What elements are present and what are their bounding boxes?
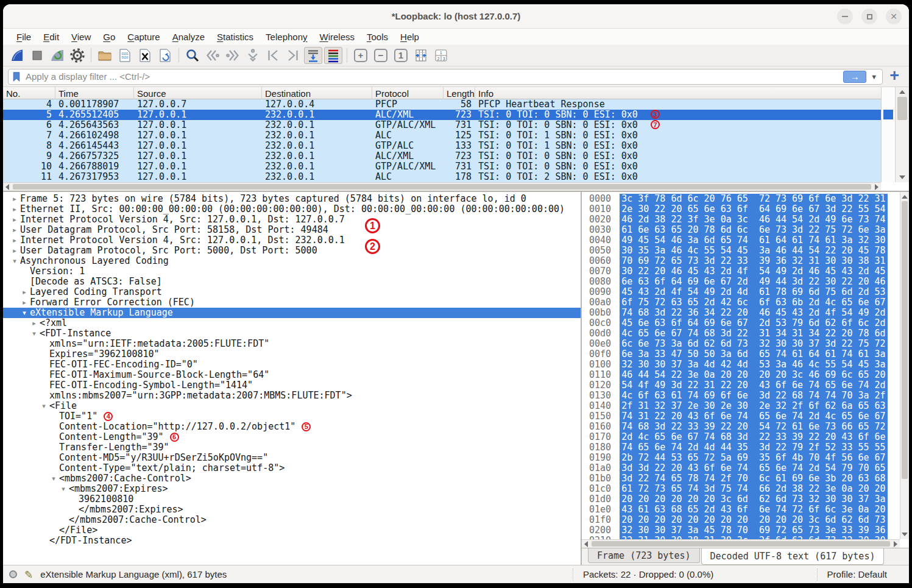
hex-row[interactable]: 01c061 72 73 65 74 3d 75 74 66 2d 38 22 … [582, 484, 900, 494]
hex-bytes[interactable]: 74 68 3d 22 33 39 22 20 54 72 61 6e 73 6… [620, 421, 887, 432]
hex-row[interactable]: 01f020 20 20 20 20 20 20 20 20 20 20 3c … [582, 515, 900, 525]
hex-row[interactable]: 00b074 68 3d 22 36 34 22 20 46 45 43 2d … [582, 308, 900, 318]
hex-row[interactable]: 015074 31 22 20 43 6f 6e 74 65 6e 74 2d … [582, 411, 900, 422]
hex-bytes[interactable]: 32 31 30 30 38 31 30 3c 2f 6d 62 6d 73 3… [620, 535, 887, 539]
scroll-right-icon[interactable] [894, 541, 897, 547]
hex-row[interactable]: 01a03d 3d 22 20 43 6f 6e 74 65 6e 74 2d … [582, 463, 900, 473]
hex-bytes[interactable]: 74 65 6e 74 2d 4d 44 35 3d 22 79 2f 52 3… [620, 442, 887, 453]
tree-line[interactable]: Content-MD5="y/R3UU+rDSerZi5oKpOVng==" [3, 453, 581, 463]
hex-row[interactable]: 00102e 30 22 20 65 6e 63 6f 64 69 6e 67 … [582, 204, 900, 214]
menu-item-help[interactable]: Help [394, 32, 425, 42]
hex-row[interactable]: 01702d 4c 65 6e 67 74 68 3d 22 33 39 22 … [582, 432, 900, 442]
tree-line[interactable]: ▸Ethernet II, Src: 00:00:00_00:00:00 (00… [3, 204, 581, 214]
collapse-arrow-icon[interactable]: ▾ [60, 484, 67, 494]
scroll-left-icon[interactable] [5, 184, 9, 190]
collapse-arrow-icon[interactable]: ▾ [40, 401, 48, 411]
hex-row[interactable]: 003061 6e 63 65 20 78 6d 6c 6e 73 3d 22 … [582, 225, 900, 235]
tab-decoded-text[interactable]: Decoded UTF-8 text (617 bytes) [701, 548, 885, 565]
hex-row[interactable]: 01d020 20 20 20 20 20 3c 6d 62 6d 73 32 … [582, 494, 900, 505]
expand-arrow-icon[interactable]: ▸ [11, 246, 18, 256]
hex-hscroll-thumb[interactable] [592, 541, 890, 547]
hex-row[interactable]: 018074 65 6e 74 2d 4d 44 35 3d 22 79 2f … [582, 442, 900, 453]
hex-row[interactable]: 00e06c 6e 73 3a 6d 62 6d 73 32 30 30 37 … [582, 339, 900, 349]
filter-input[interactable]: Apply a display filter ... <Ctrl-/> → ▼ [8, 69, 883, 85]
tree-line[interactable]: ▸Forward Error Correction (FEC) [3, 297, 581, 308]
scroll-down-icon[interactable] [899, 175, 905, 179]
hex-bytes[interactable]: 45 43 2d 4f 54 49 2d 4d 61 78 69 6d 75 6… [620, 286, 887, 297]
filter-dropdown-caret-icon[interactable]: ▼ [871, 73, 877, 80]
column-header-source[interactable]: Source [134, 87, 262, 99]
expert-info-icon[interactable] [9, 570, 17, 578]
tree-line[interactable]: ▸Internet Protocol Version 4, Src: 127.0… [3, 235, 581, 246]
hex-row[interactable]: 004049 45 54 46 3a 6d 65 74 61 64 61 74 … [582, 235, 900, 246]
hex-bytes[interactable]: 49 45 54 46 3a 6d 65 74 61 64 61 74 61 3… [620, 235, 887, 246]
menu-item-statistics[interactable]: Statistics [211, 32, 260, 42]
hex-bytes[interactable]: 74 68 3d 22 36 34 22 20 46 45 43 2d 4f 5… [620, 307, 887, 318]
scroll-down-icon[interactable] [902, 533, 908, 536]
hex-vscroll-thumb[interactable] [902, 201, 908, 479]
capture-comment-icon[interactable]: ✎ [24, 569, 33, 581]
tree-line[interactable]: ▸User Datagram Protocol, Src Port: 58158… [3, 225, 581, 235]
zoom-out-icon[interactable]: − [372, 47, 390, 64]
hex-bytes[interactable]: 4c 65 6e 67 74 68 3d 22 31 34 31 34 22 2… [620, 328, 887, 339]
hex-row[interactable]: 005030 35 3a 46 4c 55 54 45 3a 46 44 54 … [582, 246, 900, 256]
tree-line[interactable]: ▾Asynchronous Layered Coding [3, 256, 581, 266]
hex-row[interactable]: 00003c 3f 78 6d 6c 20 76 65 72 73 69 6f … [582, 194, 900, 204]
go-back-icon[interactable] [203, 47, 222, 64]
hex-bytes[interactable]: 20 20 20 20 20 20 20 20 20 20 20 3c 6d 6… [620, 514, 887, 525]
scroll-up-icon[interactable] [902, 195, 908, 199]
menu-item-view[interactable]: View [65, 32, 97, 42]
tree-line[interactable]: </File> [3, 525, 581, 536]
menu-item-telephony[interactable]: Telephony [260, 32, 313, 42]
add-filter-button[interactable]: + [883, 66, 904, 87]
tree-line[interactable]: FEC-OTI-Encoding-Symbol-Length="1414" [3, 380, 581, 391]
apply-filter-button[interactable]: → [843, 71, 866, 83]
tree-line[interactable]: </mbms2007:Cache-Control> [3, 515, 581, 525]
column-header-time[interactable]: Time [55, 87, 134, 99]
stop-capture-icon[interactable] [28, 47, 46, 64]
hex-bytes[interactable]: 32 30 30 37 3a 45 78 70 69 72 65 73 3e 3… [620, 525, 887, 536]
packet-row[interactable]: 84.266145443127.0.0.1232.0.0.1GTP/ALC133… [3, 141, 881, 151]
hex-bytes[interactable]: 74 31 22 20 43 6f 6e 74 65 6e 74 2d 4c 6… [620, 411, 887, 422]
hex-bytes[interactable]: 46 2d 38 22 3f 3e 0a 3c 46 44 54 2d 49 6… [620, 214, 887, 225]
hex-bytes[interactable]: 2b 72 44 53 65 72 5a 69 35 6f 4b 70 4f 5… [620, 452, 887, 463]
tree-line[interactable]: ▸User Datagram Protocol, Src Port: 5000,… [3, 246, 581, 256]
expand-arrow-icon[interactable]: ▸ [21, 287, 28, 297]
hex-bytes[interactable]: 3d 3d 22 20 43 6f 6e 74 65 6e 74 2d 54 7… [620, 462, 887, 473]
hex-bytes[interactable]: 43 61 63 68 65 2d 43 6f 6e 74 72 6f 6c 3… [620, 504, 887, 515]
hex-row[interactable]: 00f06e 3a 33 47 50 50 3a 6d 65 74 61 64 … [582, 349, 900, 360]
hex-bytes[interactable]: 2f 31 32 37 2e 30 2e 30 2e 32 2f 6f 62 6… [620, 400, 887, 411]
hscroll-thumb[interactable] [13, 184, 871, 190]
close-button[interactable]: ✕ [886, 9, 902, 24]
hex-bytes[interactable]: 2e 30 22 20 65 6e 63 6f 64 69 6e 67 3d 2… [620, 204, 887, 214]
tree-line[interactable]: ▾eXtensible Markup Language [3, 308, 581, 318]
restart-capture-icon[interactable] [48, 47, 66, 64]
hex-row[interactable]: 01402f 31 32 37 2e 30 2e 30 2e 32 2f 6f … [582, 401, 900, 411]
hex-bytes[interactable]: 2d 4c 65 6e 67 74 68 3d 22 33 39 22 20 4… [620, 431, 887, 442]
packet-row[interactable]: 40.001178907127.0.0.7127.0.0.4PFCP58PFCP… [3, 99, 881, 110]
open-file-icon[interactable] [96, 47, 114, 64]
expand-arrow-icon[interactable]: ▸ [11, 194, 18, 204]
menu-item-edit[interactable]: Edit [37, 32, 65, 42]
menu-item-go[interactable]: Go [97, 32, 121, 42]
column-header-info[interactable]: Info [475, 87, 909, 99]
hex-bytes[interactable]: 61 72 73 65 74 3d 75 74 66 2d 38 22 3e 0… [620, 483, 887, 494]
column-header-protocol[interactable]: Protocol [372, 87, 444, 99]
capture-options-icon[interactable] [68, 47, 87, 64]
tree-line[interactable]: ▸<?xml [3, 318, 581, 328]
hex-bytes[interactable]: 32 30 30 37 3a 4d 42 4d 53 3a 46 4c 55 5… [620, 359, 887, 370]
menu-item-analyze[interactable]: Analyze [166, 32, 211, 42]
hex-bytes[interactable]: 6e 63 6f 64 69 6e 67 2d 49 44 3d 22 30 2… [620, 276, 887, 287]
scroll-up-icon[interactable] [899, 90, 905, 94]
hex-row[interactable]: 009045 43 2d 4f 54 49 2d 4d 61 78 69 6d … [582, 287, 900, 297]
hex-row[interactable]: 012054 4f 49 3d 22 31 22 20 43 6f 6e 74 … [582, 380, 900, 391]
tree-line[interactable]: ▾<mbms2007:Cache-Control> [3, 473, 581, 484]
hex-bytes[interactable]: 45 6e 63 6f 64 69 6e 67 2d 53 79 6d 62 6… [620, 317, 887, 328]
find-packet-icon[interactable] [183, 47, 202, 64]
collapse-arrow-icon[interactable]: ▾ [11, 256, 18, 266]
expand-arrow-icon[interactable]: ▸ [11, 204, 18, 214]
hex-bytes[interactable]: 6e 3a 33 47 50 50 3a 6d 65 74 61 64 61 7… [620, 349, 887, 360]
maximize-button[interactable] [861, 9, 877, 24]
go-first-packet-icon[interactable] [264, 47, 282, 64]
column-header-destination[interactable]: Destination [262, 87, 372, 99]
